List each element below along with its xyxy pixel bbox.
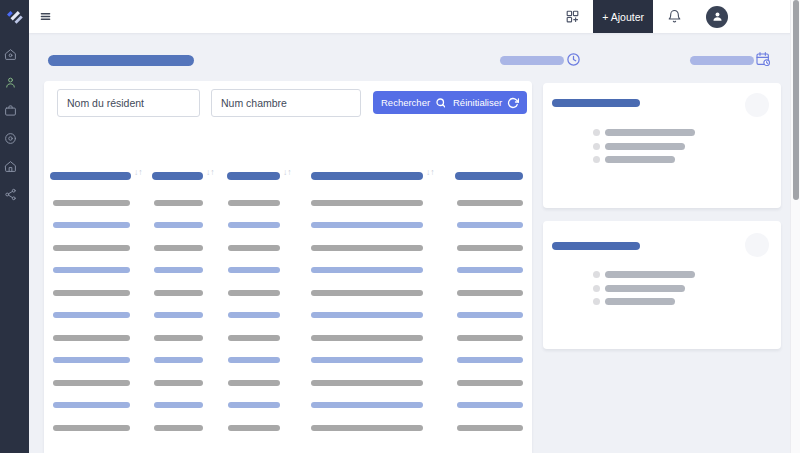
- datetime-skeleton-right: [690, 56, 754, 65]
- page-scrollbar-track[interactable]: [790, 0, 800, 453]
- sort-icon[interactable]: ↓↑: [206, 168, 215, 177]
- sidebar-item-establishment[interactable]: [0, 152, 29, 180]
- table-row-skeleton-bar: [53, 402, 130, 408]
- table-row-skeleton-bar: [154, 380, 203, 386]
- card-avatar-placeholder: [745, 233, 769, 257]
- table-row-skeleton-bar: [457, 425, 523, 431]
- brand-logo-icon: [6, 10, 23, 24]
- table-row-skeleton-bar: [311, 425, 423, 431]
- reset-button-label: Réinitialiser: [453, 97, 502, 108]
- disc-icon: [4, 132, 17, 145]
- table-row-skeleton-bar: [457, 312, 523, 318]
- table-row-skeleton-bar: [154, 312, 203, 318]
- table-row-skeleton-bar: [154, 200, 203, 206]
- column-header-skeleton: [455, 172, 523, 180]
- table-row-skeleton-bar: [228, 245, 280, 251]
- page-scrollbar-thumb[interactable]: [793, 0, 799, 200]
- table-row-skeleton-bar: [53, 335, 130, 341]
- table-row-skeleton-bar: [154, 290, 203, 296]
- list-item-dot: [593, 271, 600, 278]
- add-button[interactable]: + Ajouter: [593, 0, 653, 33]
- user-icon: [4, 76, 17, 89]
- table-row-skeleton-bar: [53, 357, 130, 363]
- table-row-skeleton-bar: [311, 222, 423, 228]
- table-row-skeleton-bar: [228, 357, 280, 363]
- side-card-1: [543, 83, 781, 208]
- table-row-skeleton-bar: [228, 380, 280, 386]
- table-row-skeleton-bar: [228, 290, 280, 296]
- search-button[interactable]: Rechercher: [373, 91, 455, 114]
- column-header-skeleton: [227, 172, 280, 180]
- table-row-skeleton-bar: [457, 357, 523, 363]
- brand-logo: [0, 0, 29, 33]
- table-row-skeleton-bar: [154, 402, 203, 408]
- list-item-skeleton: [605, 298, 675, 305]
- home-circle-icon: [4, 48, 17, 61]
- sidebar: [0, 0, 29, 453]
- list-item-dot: [593, 156, 600, 163]
- hamburger-menu-icon[interactable]: [40, 11, 51, 22]
- resident-name-input[interactable]: [57, 89, 200, 117]
- sidebar-item-share[interactable]: [0, 180, 29, 208]
- table-row-skeleton-bar: [53, 290, 130, 296]
- table-row-skeleton-bar: [228, 425, 280, 431]
- table-row-skeleton-bar: [311, 267, 423, 273]
- list-item-skeleton: [605, 156, 675, 163]
- briefcase-icon: [4, 104, 17, 117]
- list-item-skeleton: [605, 143, 685, 150]
- user-avatar-icon: [711, 10, 724, 23]
- table-row-skeleton-bar: [457, 335, 523, 341]
- table-row-skeleton-bar: [228, 222, 280, 228]
- card-title-skeleton: [552, 99, 640, 107]
- residents-table-card: Rechercher Réinitialiser ↓↑↓↑↓↑↓↑: [44, 81, 532, 453]
- notification-bell-icon[interactable]: [667, 9, 682, 24]
- table-row-skeleton-bar: [457, 290, 523, 296]
- reset-button[interactable]: Réinitialiser: [445, 91, 527, 114]
- sort-icon[interactable]: ↓↑: [134, 168, 143, 177]
- sidebar-item-home[interactable]: [0, 40, 29, 68]
- table-row-skeleton-bar: [228, 312, 280, 318]
- navbar-right: + Ajouter: [565, 0, 800, 33]
- datetime-skeleton-left: [500, 56, 564, 65]
- table-row-skeleton-bar: [53, 222, 130, 228]
- search-button-label: Rechercher: [381, 97, 430, 108]
- table-row-skeleton-bar: [311, 335, 423, 341]
- table-row-skeleton-bar: [53, 425, 130, 431]
- table-row-skeleton-bar: [311, 380, 423, 386]
- apps-grid-icon[interactable]: [565, 9, 580, 24]
- table-row-skeleton-bar: [457, 380, 523, 386]
- side-card-2: [543, 221, 781, 349]
- list-item-dot: [593, 129, 600, 136]
- card-avatar-placeholder: [745, 93, 769, 117]
- page-title-skeleton: [48, 55, 194, 66]
- table-row-skeleton-bar: [311, 402, 423, 408]
- list-item-skeleton: [605, 285, 685, 292]
- sort-icon[interactable]: ↓↑: [283, 168, 292, 177]
- table-row-skeleton-bar: [154, 267, 203, 273]
- list-item-dot: [593, 298, 600, 305]
- list-item-skeleton: [605, 129, 695, 136]
- sort-icon[interactable]: ↓↑: [426, 168, 435, 177]
- user-avatar[interactable]: [706, 6, 728, 28]
- sidebar-item-disc[interactable]: [0, 124, 29, 152]
- table-row-skeleton-bar: [154, 245, 203, 251]
- table-row-skeleton-bar: [154, 335, 203, 341]
- add-button-label: + Ajouter: [602, 11, 644, 23]
- table-row-skeleton-bar: [311, 200, 423, 206]
- table-row-skeleton-bar: [53, 312, 130, 318]
- home-icon: [4, 160, 17, 173]
- column-header-skeleton: [50, 172, 131, 180]
- table-row-skeleton-bar: [228, 200, 280, 206]
- table-row-skeleton-bar: [53, 380, 130, 386]
- table-row-skeleton-bar: [311, 357, 423, 363]
- table-row-skeleton-bar: [53, 245, 130, 251]
- sidebar-item-residents[interactable]: [0, 68, 29, 96]
- room-number-input[interactable]: [211, 89, 361, 117]
- share-icon: [4, 188, 17, 201]
- column-header-skeleton: [311, 172, 423, 180]
- table-row-skeleton-bar: [228, 267, 280, 273]
- table-row-skeleton-bar: [457, 222, 523, 228]
- table-row-skeleton-bar: [457, 267, 523, 273]
- calendar-clock-icon[interactable]: [755, 51, 771, 67]
- sidebar-item-briefcase[interactable]: [0, 96, 29, 124]
